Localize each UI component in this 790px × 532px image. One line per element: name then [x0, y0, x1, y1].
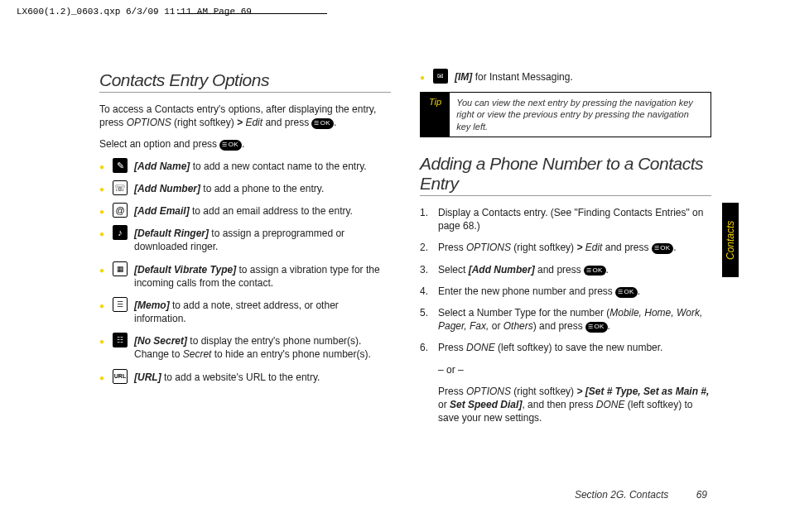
ringer-icon: ♪: [113, 225, 128, 240]
print-header-line: [178, 13, 327, 14]
heading-rule: [420, 195, 711, 196]
add-number-label: [Add Number]: [469, 264, 535, 276]
edit-cmd: Edit: [245, 117, 263, 128]
gt: >: [576, 386, 582, 397]
label: [URL]: [134, 371, 161, 383]
label: [No Secret]: [134, 335, 187, 347]
text: Select a Number Type for the number (: [438, 307, 609, 319]
label: [Add Number]: [134, 183, 200, 194]
page-content: Contacts Entry Options To access a Conta…: [99, 70, 711, 499]
secret-icon: ☷: [113, 333, 128, 347]
text: to add an email address to the entry.: [190, 205, 353, 217]
others: Others: [503, 320, 533, 332]
add-number-icon: ☏: [113, 180, 128, 195]
option-add-email: @ [Add Email] to add an email address to…: [99, 204, 391, 218]
print-header-text: LX600(1.2)_0603.qxp 6/3/09 11:11 AM Page…: [17, 7, 252, 17]
option-memo: ☰ [Memo] to add a note, street address, …: [99, 299, 391, 325]
text: Select: [438, 264, 469, 276]
secret-word: Secret: [183, 348, 212, 360]
print-header: LX600(1.2)_0603.qxp 6/3/09 11:11 AM Page…: [17, 7, 252, 17]
option-add-name: ✎ [Add Name] to add a new contact name t…: [99, 160, 391, 173]
option-url: URL [URL] to add a website's URL to the …: [99, 371, 391, 384]
text: Press: [438, 342, 466, 353]
ok-button-icon: OK: [584, 266, 605, 276]
ok-button-icon: OK: [585, 322, 607, 333]
text: Enter the new phone number and press: [438, 285, 615, 297]
label: [Default Ringer]: [134, 228, 209, 239]
done-softkey: DONE: [596, 399, 625, 410]
text: to add a phone to the entry.: [200, 183, 324, 194]
label: [Add Name]: [134, 161, 190, 172]
option-add-number: ☏ [Add Number] to add a phone to the ent…: [99, 182, 391, 195]
steps-list: Display a Contacts entry. (See "Finding …: [420, 206, 711, 355]
memo-icon: ☰: [113, 297, 128, 312]
step-3: Select [Add Number] and press OK.: [420, 263, 711, 276]
vibrate-icon: ▦: [113, 261, 128, 276]
option-default-vibrate: ▦ [Default Vibrate Type] to assign a vib…: [99, 263, 391, 290]
text: and press: [263, 117, 311, 128]
heading-contacts-entry-options: Contacts Entry Options: [99, 70, 391, 90]
text: or: [489, 320, 503, 332]
text: and press: [602, 242, 651, 253]
footer-section: Section 2G. Contacts: [575, 489, 668, 501]
tip-label: Tip: [421, 93, 450, 137]
text: (left softkey) to save the new number.: [495, 342, 663, 353]
select-line: Select an option and press OK.: [99, 137, 391, 151]
alternative-step: Press OPTIONS (right softkey) > [Set # T…: [420, 385, 711, 425]
gt: >: [237, 117, 243, 128]
right-column: ✉ [IM] for Instant Messaging. Tip You ca…: [420, 70, 711, 499]
ok-button-icon: OK: [615, 287, 637, 298]
text: to hide an entry's phone number(s).: [211, 348, 370, 360]
step-1: Display a Contacts entry. (See "Finding …: [420, 206, 711, 232]
ok-button-icon: OK: [219, 140, 241, 151]
text: Press: [438, 242, 466, 253]
label: [Memo]: [134, 300, 170, 311]
intro-paragraph: To access a Contacts entry's options, af…: [99, 103, 391, 129]
text: for Instant Messaging.: [472, 71, 572, 83]
option-no-secret: ☷ [No Secret] to display the entry's pho…: [99, 334, 391, 361]
step-4: Enter the new phone number and press OK.: [420, 285, 711, 298]
footer-page-number: 69: [696, 489, 707, 501]
label: [Default Vibrate Type]: [134, 264, 236, 276]
options-softkey: OPTIONS: [127, 117, 171, 128]
set-type-label: [Set # Type, Set as Main #,: [585, 386, 710, 397]
text: to add a website's URL to the entry.: [161, 371, 320, 383]
option-im: ✉ [IM] for Instant Messaging.: [420, 70, 711, 84]
heading-adding-phone-number: Adding a Phone Number to a Contacts Entr…: [420, 154, 711, 194]
text: (right softkey): [511, 386, 576, 397]
text: (right softkey): [511, 242, 576, 253]
text: Press: [438, 386, 466, 397]
step-5: Select a Number Type for the number (Mob…: [420, 306, 711, 333]
step-6: Press DONE (left softkey) to save the ne…: [420, 341, 711, 354]
text: ) and press: [533, 320, 585, 332]
ok-button-icon: OK: [311, 118, 333, 129]
options-list: ✎ [Add Name] to add a new contact name t…: [99, 160, 391, 384]
add-name-icon: ✎: [113, 158, 128, 173]
tip-text: You can view the next entry by pressing …: [450, 93, 711, 137]
done-softkey: DONE: [466, 342, 495, 353]
options-softkey: OPTIONS: [466, 386, 511, 397]
left-column: Contacts Entry Options To access a Conta…: [99, 70, 391, 499]
side-tab-contacts: Contacts: [722, 203, 739, 277]
url-icon: URL: [113, 369, 128, 384]
gt: >: [576, 242, 582, 253]
ok-button-icon: OK: [652, 243, 673, 254]
tip-box: Tip You can view the next entry by press…: [420, 92, 711, 137]
or-separator: – or –: [420, 363, 711, 376]
add-email-icon: @: [113, 203, 128, 218]
text: and press: [535, 264, 584, 276]
text: (right softkey): [171, 117, 237, 128]
heading-rule: [99, 92, 391, 93]
text: to add a new contact name to the entry.: [190, 161, 366, 172]
speed-dial-label: Set Speed Dial]: [450, 399, 522, 410]
edit-cmd: Edit: [585, 242, 603, 253]
label: [IM]: [455, 71, 472, 83]
text: or: [438, 399, 450, 410]
text: , and then press: [522, 399, 595, 410]
page-footer: Section 2G. Contacts 69: [575, 489, 707, 501]
step-2: Press OPTIONS (right softkey) > Edit and…: [420, 241, 711, 254]
option-default-ringer: ♪ [Default Ringer] to assign a preprogra…: [99, 227, 391, 253]
options-softkey: OPTIONS: [466, 242, 511, 253]
im-icon: ✉: [433, 69, 448, 84]
label: [Add Email]: [134, 205, 190, 217]
